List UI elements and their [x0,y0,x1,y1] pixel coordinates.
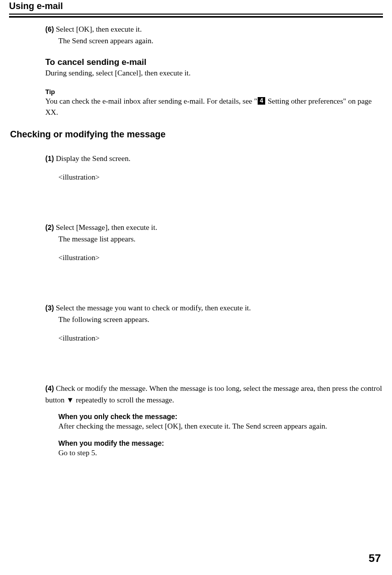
step-1-marker: (1) [45,154,54,162]
step-3-text: Select the message you want to check or … [56,304,251,312]
step-6: (6) Select [OK], then execute it. [45,24,383,35]
illustration-placeholder-2: <illustration> [58,254,383,262]
tip-text-before: You can check the e-mail inbox after sen… [45,97,257,105]
modify-heading: When you modify the message: [58,439,383,447]
step-4: (4) Check or modify the message. When th… [45,383,383,458]
check-body: After checking the message, select [OK],… [58,421,383,432]
step-6-marker: (6) [45,25,54,33]
step-3-marker: (3) [45,304,54,312]
number-badge-icon: 4 [258,97,265,105]
step-1: (1) Display the Send screen. <illustrati… [45,153,383,182]
content-area: (6) Select [OK], then execute it. The Se… [0,18,392,458]
cancel-heading: To cancel sending e-mail [45,57,383,67]
page-number: 57 [369,552,381,565]
tip-text: You can check the e-mail inbox after sen… [45,96,383,118]
step-3: (3) Select the message you want to check… [45,302,383,343]
step-4-marker: (4) [45,384,54,392]
step-2-sub: The message list appears. [58,233,383,245]
illustration-placeholder-1: <illustration> [58,173,383,182]
step-6-text: Select [OK], then execute it. [56,25,142,33]
cancel-body: During sending, select [Cancel], then ex… [45,67,383,79]
title-underline [9,14,383,18]
step-4-text: Check or modify the message. When the me… [45,384,382,404]
step-3-sub: The following screen appears. [58,314,383,325]
step-2-text: Select [Message], then execute it. [56,223,158,231]
step-6-sub: The Send screen appears again. [58,35,383,47]
section-heading: Checking or modifying the message [1,129,383,140]
check-heading: When you only check the message: [58,413,383,421]
step-1-text: Display the Send screen. [56,154,130,162]
step-2-marker: (2) [45,223,54,231]
step-2: (2) Select [Message], then execute it. T… [45,222,383,262]
page-title: Using e-mail [0,0,392,14]
illustration-placeholder-3: <illustration> [58,334,383,343]
tip-label: Tip [45,88,383,96]
modify-body: Go to step 5. [58,447,383,459]
